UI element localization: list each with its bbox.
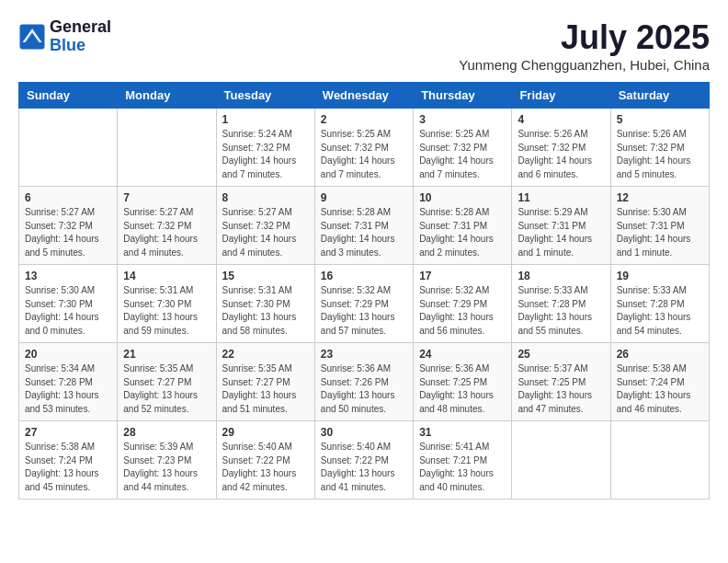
day-number: 7 <box>123 191 210 204</box>
day-number: 4 <box>518 113 604 126</box>
calendar-week-row: 13Sunrise: 5:30 AM Sunset: 7:30 PM Dayli… <box>19 265 710 343</box>
day-of-week-header: Saturday <box>610 83 709 109</box>
calendar-cell: 27Sunrise: 5:38 AM Sunset: 7:24 PM Dayli… <box>19 421 118 500</box>
day-info: Sunrise: 5:26 AM Sunset: 7:32 PM Dayligh… <box>617 128 703 181</box>
calendar-cell: 6Sunrise: 5:27 AM Sunset: 7:32 PM Daylig… <box>19 187 118 265</box>
day-info: Sunrise: 5:40 AM Sunset: 7:22 PM Dayligh… <box>321 441 407 494</box>
day-of-week-header: Wednesday <box>314 83 413 109</box>
day-info: Sunrise: 5:35 AM Sunset: 7:27 PM Dayligh… <box>123 362 210 416</box>
day-number: 27 <box>25 426 111 439</box>
day-number: 11 <box>518 191 604 204</box>
day-info: Sunrise: 5:33 AM Sunset: 7:28 PM Dayligh… <box>518 284 604 338</box>
calendar-cell: 10Sunrise: 5:28 AM Sunset: 7:31 PM Dayli… <box>414 187 512 265</box>
calendar-cell: 15Sunrise: 5:31 AM Sunset: 7:30 PM Dayli… <box>216 265 314 343</box>
day-info: Sunrise: 5:25 AM Sunset: 7:32 PM Dayligh… <box>321 128 407 181</box>
page-header: General Blue July 2025 Yunmeng Chengguan… <box>18 18 710 73</box>
calendar-body: 1Sunrise: 5:24 AM Sunset: 7:32 PM Daylig… <box>19 109 710 500</box>
day-info: Sunrise: 5:27 AM Sunset: 7:32 PM Dayligh… <box>222 206 309 259</box>
calendar-cell: 29Sunrise: 5:40 AM Sunset: 7:22 PM Dayli… <box>216 421 314 500</box>
day-number: 21 <box>123 348 210 361</box>
day-number: 10 <box>419 191 506 204</box>
day-info: Sunrise: 5:41 AM Sunset: 7:21 PM Dayligh… <box>419 441 506 494</box>
calendar-cell: 8Sunrise: 5:27 AM Sunset: 7:32 PM Daylig… <box>216 187 314 265</box>
day-info: Sunrise: 5:36 AM Sunset: 7:26 PM Dayligh… <box>321 362 407 416</box>
calendar-cell: 25Sunrise: 5:37 AM Sunset: 7:25 PM Dayli… <box>512 343 610 421</box>
day-info: Sunrise: 5:29 AM Sunset: 7:31 PM Dayligh… <box>518 206 604 259</box>
day-info: Sunrise: 5:25 AM Sunset: 7:32 PM Dayligh… <box>419 128 506 181</box>
calendar-cell: 16Sunrise: 5:32 AM Sunset: 7:29 PM Dayli… <box>314 265 413 343</box>
day-of-week-header: Friday <box>512 83 610 109</box>
day-info: Sunrise: 5:31 AM Sunset: 7:30 PM Dayligh… <box>123 284 210 338</box>
calendar-cell: 12Sunrise: 5:30 AM Sunset: 7:31 PM Dayli… <box>610 187 709 265</box>
calendar-cell: 5Sunrise: 5:26 AM Sunset: 7:32 PM Daylig… <box>610 109 709 187</box>
day-info: Sunrise: 5:36 AM Sunset: 7:25 PM Dayligh… <box>419 362 506 416</box>
day-number: 5 <box>617 113 703 126</box>
day-number: 9 <box>321 191 407 204</box>
day-number: 22 <box>222 348 309 361</box>
day-of-week-header: Monday <box>118 83 216 109</box>
calendar-week-row: 6Sunrise: 5:27 AM Sunset: 7:32 PM Daylig… <box>19 187 710 265</box>
logo-text: General Blue <box>50 18 111 55</box>
calendar-week-row: 1Sunrise: 5:24 AM Sunset: 7:32 PM Daylig… <box>19 109 710 187</box>
calendar-cell: 14Sunrise: 5:31 AM Sunset: 7:30 PM Dayli… <box>118 265 216 343</box>
location-subtitle: Yunmeng Chengguanzhen, Hubei, China <box>459 57 710 73</box>
day-number: 20 <box>25 348 111 361</box>
calendar-cell: 2Sunrise: 5:25 AM Sunset: 7:32 PM Daylig… <box>314 109 413 187</box>
day-number: 3 <box>419 113 506 126</box>
calendar-cell <box>512 421 610 500</box>
day-info: Sunrise: 5:30 AM Sunset: 7:30 PM Dayligh… <box>25 284 111 338</box>
day-info: Sunrise: 5:26 AM Sunset: 7:32 PM Dayligh… <box>518 128 604 181</box>
day-number: 16 <box>321 270 407 282</box>
day-number: 19 <box>617 270 703 282</box>
calendar-week-row: 20Sunrise: 5:34 AM Sunset: 7:28 PM Dayli… <box>19 343 710 421</box>
day-number: 31 <box>419 426 506 439</box>
calendar-table: SundayMondayTuesdayWednesdayThursdayFrid… <box>18 82 710 500</box>
calendar-cell: 17Sunrise: 5:32 AM Sunset: 7:29 PM Dayli… <box>414 265 512 343</box>
calendar-cell: 11Sunrise: 5:29 AM Sunset: 7:31 PM Dayli… <box>512 187 610 265</box>
calendar-cell: 26Sunrise: 5:38 AM Sunset: 7:24 PM Dayli… <box>610 343 709 421</box>
day-info: Sunrise: 5:28 AM Sunset: 7:31 PM Dayligh… <box>419 206 506 259</box>
day-info: Sunrise: 5:24 AM Sunset: 7:32 PM Dayligh… <box>222 128 309 181</box>
day-info: Sunrise: 5:30 AM Sunset: 7:31 PM Dayligh… <box>617 206 703 259</box>
day-info: Sunrise: 5:32 AM Sunset: 7:29 PM Dayligh… <box>321 284 407 338</box>
day-number: 14 <box>123 270 210 282</box>
day-number: 26 <box>617 348 703 361</box>
calendar-cell: 21Sunrise: 5:35 AM Sunset: 7:27 PM Dayli… <box>118 343 216 421</box>
day-number: 1 <box>222 113 309 126</box>
calendar-cell: 30Sunrise: 5:40 AM Sunset: 7:22 PM Dayli… <box>314 421 413 500</box>
calendar-cell: 19Sunrise: 5:33 AM Sunset: 7:28 PM Dayli… <box>610 265 709 343</box>
day-number: 17 <box>419 270 506 282</box>
calendar-cell: 4Sunrise: 5:26 AM Sunset: 7:32 PM Daylig… <box>512 109 610 187</box>
day-number: 28 <box>123 426 210 439</box>
calendar-cell: 20Sunrise: 5:34 AM Sunset: 7:28 PM Dayli… <box>19 343 118 421</box>
calendar-cell: 3Sunrise: 5:25 AM Sunset: 7:32 PM Daylig… <box>414 109 512 187</box>
day-number: 13 <box>25 270 111 282</box>
day-info: Sunrise: 5:38 AM Sunset: 7:24 PM Dayligh… <box>617 362 703 416</box>
calendar-cell: 23Sunrise: 5:36 AM Sunset: 7:26 PM Dayli… <box>314 343 413 421</box>
day-number: 6 <box>25 191 111 204</box>
calendar-cell: 18Sunrise: 5:33 AM Sunset: 7:28 PM Dayli… <box>512 265 610 343</box>
calendar-cell <box>610 421 709 500</box>
day-number: 2 <box>321 113 407 126</box>
day-info: Sunrise: 5:27 AM Sunset: 7:32 PM Dayligh… <box>25 206 111 259</box>
calendar-cell: 31Sunrise: 5:41 AM Sunset: 7:21 PM Dayli… <box>414 421 512 500</box>
logo: General Blue <box>18 18 111 55</box>
day-info: Sunrise: 5:39 AM Sunset: 7:23 PM Dayligh… <box>123 441 210 494</box>
calendar-cell: 1Sunrise: 5:24 AM Sunset: 7:32 PM Daylig… <box>216 109 314 187</box>
day-info: Sunrise: 5:28 AM Sunset: 7:31 PM Dayligh… <box>321 206 407 259</box>
day-number: 24 <box>419 348 506 361</box>
day-of-week-header: Sunday <box>19 83 118 109</box>
calendar-week-row: 27Sunrise: 5:38 AM Sunset: 7:24 PM Dayli… <box>19 421 710 500</box>
calendar-cell: 22Sunrise: 5:35 AM Sunset: 7:27 PM Dayli… <box>216 343 314 421</box>
logo-icon <box>18 23 46 51</box>
calendar-cell <box>118 109 216 187</box>
day-info: Sunrise: 5:33 AM Sunset: 7:28 PM Dayligh… <box>617 284 703 338</box>
days-of-week-row: SundayMondayTuesdayWednesdayThursdayFrid… <box>19 83 710 109</box>
calendar-cell <box>19 109 118 187</box>
day-info: Sunrise: 5:27 AM Sunset: 7:32 PM Dayligh… <box>123 206 210 259</box>
day-number: 29 <box>222 426 309 439</box>
day-info: Sunrise: 5:31 AM Sunset: 7:30 PM Dayligh… <box>222 284 309 338</box>
day-info: Sunrise: 5:35 AM Sunset: 7:27 PM Dayligh… <box>222 362 309 416</box>
title-block: July 2025 Yunmeng Chengguanzhen, Hubei, … <box>459 18 710 73</box>
day-info: Sunrise: 5:34 AM Sunset: 7:28 PM Dayligh… <box>25 362 111 416</box>
